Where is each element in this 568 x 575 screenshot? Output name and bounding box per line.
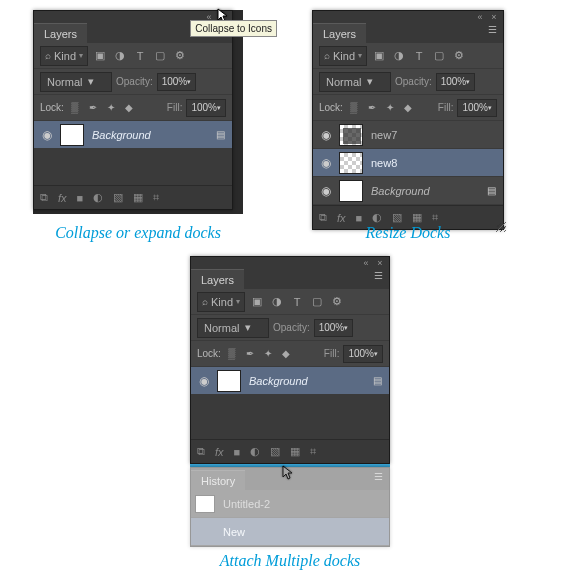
trash-icon[interactable]: ⌗: [153, 191, 159, 204]
layer-thumbnail[interactable]: [339, 152, 363, 174]
kind-select[interactable]: ⌕ Kind ▾: [197, 292, 245, 312]
blend-mode-select[interactable]: Normal ▾: [40, 72, 112, 92]
kind-select[interactable]: ⌕ Kind ▾: [40, 46, 88, 66]
filter-smart-icon[interactable]: ⚙: [172, 48, 188, 64]
filter-adjust-icon[interactable]: ◑: [112, 48, 128, 64]
mask-icon[interactable]: ■: [77, 192, 84, 204]
visibility-icon[interactable]: ◉: [317, 156, 335, 170]
tab-layers[interactable]: Layers: [191, 269, 244, 289]
layer-name[interactable]: new8: [367, 157, 499, 169]
collapse-icon[interactable]: «: [359, 258, 373, 266]
lock-transparent-icon[interactable]: ▒: [347, 102, 361, 113]
lock-all-icon[interactable]: ◆: [279, 348, 293, 359]
layer-thumbnail[interactable]: [217, 370, 241, 392]
fill-field[interactable]: 100% ▾: [457, 99, 497, 117]
new-layer-icon[interactable]: ▦: [290, 445, 300, 458]
filter-adjust-icon[interactable]: ◑: [269, 294, 285, 310]
layers-panel-collapse: « × Layers ☰ ⌕ Kind ▾ ▣ ◑ T ▢: [33, 10, 233, 210]
tab-layers[interactable]: Layers: [313, 23, 366, 43]
new-layer-icon[interactable]: ▦: [412, 211, 422, 224]
blend-mode-select[interactable]: Normal ▾: [197, 318, 269, 338]
filter-image-icon[interactable]: ▣: [371, 48, 387, 64]
lock-all-icon[interactable]: ◆: [122, 102, 136, 113]
history-document[interactable]: Untitled-2: [191, 490, 389, 518]
filter-image-icon[interactable]: ▣: [249, 294, 265, 310]
lock-all-icon[interactable]: ◆: [401, 102, 415, 113]
fx-icon[interactable]: fx: [337, 212, 346, 224]
layer-thumbnail[interactable]: [339, 124, 363, 146]
opacity-field[interactable]: 100% ▾: [314, 319, 354, 337]
layer-background[interactable]: ◉ Background ▤: [191, 367, 389, 395]
filter-shape-icon[interactable]: ▢: [431, 48, 447, 64]
new-layer-icon[interactable]: ▦: [133, 191, 143, 204]
visibility-icon[interactable]: ◉: [317, 128, 335, 142]
lock-transparent-icon[interactable]: ▒: [225, 348, 239, 359]
filter-adjust-icon[interactable]: ◑: [391, 48, 407, 64]
layer-name[interactable]: Background: [88, 129, 208, 141]
filter-smart-icon[interactable]: ⚙: [451, 48, 467, 64]
tab-history[interactable]: History: [191, 470, 245, 490]
adjust-icon[interactable]: ◐: [250, 445, 260, 458]
adjust-icon[interactable]: ◐: [93, 191, 103, 204]
fill-field[interactable]: 100% ▾: [186, 99, 226, 117]
fill-label: Fill:: [324, 348, 340, 359]
panel-menu-icon[interactable]: ☰: [485, 24, 499, 38]
panel-menu-icon[interactable]: ☰: [371, 270, 385, 284]
lock-row: Lock: ▒ ✒ ✦ ◆ Fill: 100% ▾: [34, 95, 232, 121]
fill-field[interactable]: 100% ▾: [343, 345, 383, 363]
filter-text-icon[interactable]: T: [411, 48, 427, 64]
link-icon[interactable]: ⧉: [40, 191, 48, 204]
visibility-icon[interactable]: ◉: [38, 128, 56, 142]
link-icon[interactable]: ⧉: [197, 445, 205, 458]
lock-position-icon[interactable]: ✦: [104, 102, 118, 113]
blend-mode-select[interactable]: Normal ▾: [319, 72, 391, 92]
blend-label: Normal: [204, 322, 239, 334]
folder-icon[interactable]: ▧: [270, 445, 280, 458]
filter-image-icon[interactable]: ▣: [92, 48, 108, 64]
lock-position-icon[interactable]: ✦: [383, 102, 397, 113]
layer-name[interactable]: Background: [367, 185, 479, 197]
close-icon[interactable]: ×: [373, 258, 387, 266]
tab-layers[interactable]: Layers: [34, 23, 87, 43]
opacity-field[interactable]: 100% ▾: [157, 73, 197, 91]
layer-name[interactable]: Background: [245, 375, 365, 387]
fill-label: Fill:: [167, 102, 183, 113]
layer-thumbnail[interactable]: [60, 124, 84, 146]
layer-thumbnail[interactable]: [339, 180, 363, 202]
panel-menu-icon[interactable]: ☰: [371, 471, 385, 485]
layer-new8[interactable]: ◉ new8: [313, 149, 503, 177]
link-icon[interactable]: ⧉: [319, 211, 327, 224]
collapse-icon[interactable]: «: [202, 12, 216, 20]
lock-transparent-icon[interactable]: ▒: [68, 102, 82, 113]
lock-position-icon[interactable]: ✦: [261, 348, 275, 359]
filter-shape-icon[interactable]: ▢: [152, 48, 168, 64]
opacity-field[interactable]: 100% ▾: [436, 73, 476, 91]
folder-icon[interactable]: ▧: [392, 211, 402, 224]
fx-icon[interactable]: fx: [215, 446, 224, 458]
filter-text-icon[interactable]: T: [289, 294, 305, 310]
layer-background[interactable]: ◉ Background ▤: [313, 177, 503, 205]
mask-icon[interactable]: ■: [234, 446, 241, 458]
mask-icon[interactable]: ■: [356, 212, 363, 224]
close-icon[interactable]: ×: [487, 12, 501, 20]
adjust-icon[interactable]: ◐: [372, 211, 382, 224]
layer-new7[interactable]: ◉ new7: [313, 121, 503, 149]
layer-background[interactable]: ◉ Background ▤: [34, 121, 232, 149]
lock-pixels-icon[interactable]: ✒: [243, 348, 257, 359]
visibility-icon[interactable]: ◉: [317, 184, 335, 198]
kind-select[interactable]: ⌕ Kind ▾: [319, 46, 367, 66]
layer-name[interactable]: new7: [367, 129, 499, 141]
filter-smart-icon[interactable]: ⚙: [329, 294, 345, 310]
fx-icon[interactable]: fx: [58, 192, 67, 204]
lock-pixels-icon[interactable]: ✒: [365, 102, 379, 113]
collapse-icon[interactable]: «: [473, 12, 487, 20]
fill-value: 100%: [462, 102, 488, 113]
trash-icon[interactable]: ⌗: [310, 445, 316, 458]
filter-shape-icon[interactable]: ▢: [309, 294, 325, 310]
lock-pixels-icon[interactable]: ✒: [86, 102, 100, 113]
folder-icon[interactable]: ▧: [113, 191, 123, 204]
visibility-icon[interactable]: ◉: [195, 374, 213, 388]
trash-icon[interactable]: ⌗: [432, 211, 438, 224]
history-state[interactable]: New: [191, 518, 389, 546]
filter-text-icon[interactable]: T: [132, 48, 148, 64]
